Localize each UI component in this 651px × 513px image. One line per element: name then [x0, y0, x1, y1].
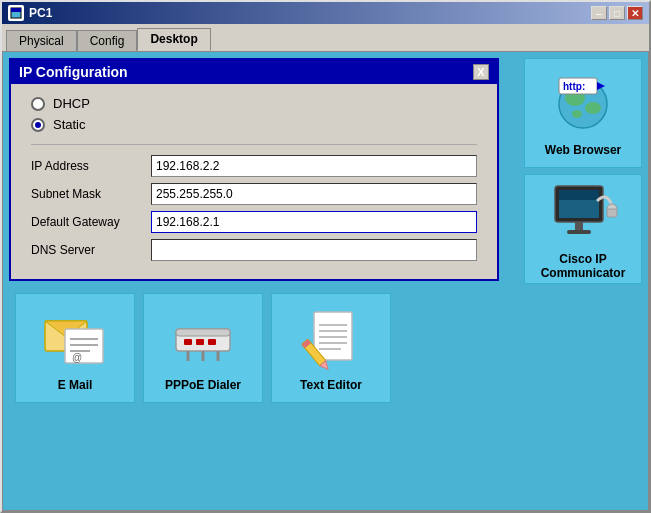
subnet-mask-label: Subnet Mask	[31, 187, 151, 201]
pppoe-dialer-app-icon[interactable]: PPPoE Dialer	[143, 293, 263, 403]
svg-rect-37	[567, 230, 591, 234]
dns-server-label: DNS Server	[31, 243, 151, 257]
window-icon	[8, 5, 24, 21]
tab-content-desktop: IP Configuration X DHCP Static	[2, 51, 649, 511]
default-gateway-label: Default Gateway	[31, 215, 151, 229]
pppoe-dialer-label: PPPoE Dialer	[165, 378, 241, 392]
maximize-button[interactable]: □	[609, 6, 625, 20]
web-browser-app-icon[interactable]: http: Web Browser	[524, 58, 642, 168]
ip-address-input[interactable]	[151, 155, 477, 177]
tab-config[interactable]: Config	[77, 30, 138, 51]
svg-rect-39	[607, 209, 617, 217]
cisco-ip-communicator-icon-img	[548, 178, 618, 248]
web-browser-label: Web Browser	[545, 143, 621, 157]
ip-dialog-title-bar: IP Configuration X	[11, 60, 497, 84]
ip-address-label: IP Address	[31, 159, 151, 173]
email-app-icon[interactable]: @ E Mail	[15, 293, 135, 403]
dhcp-radio[interactable]	[31, 97, 45, 111]
right-panel: http: Web Browser	[518, 52, 648, 510]
window-close-button[interactable]: ✕	[627, 6, 643, 20]
radio-group: DHCP Static	[31, 96, 477, 132]
window-title: PC1	[29, 6, 52, 20]
ip-dialog-body: DHCP Static IP Address Subnet Mask	[11, 84, 497, 279]
ip-config-dialog: IP Configuration X DHCP Static	[9, 58, 499, 281]
bottom-app-icons: @ E Mail	[9, 287, 512, 409]
ip-dialog-title-text: IP Configuration	[19, 64, 128, 80]
static-radio-item[interactable]: Static	[31, 117, 477, 132]
minimize-button[interactable]: –	[591, 6, 607, 20]
static-radio[interactable]	[31, 118, 45, 132]
tab-physical[interactable]: Physical	[6, 30, 77, 51]
web-browser-icon-img: http:	[548, 69, 618, 139]
pppoe-dialer-icon-img	[168, 304, 238, 374]
email-label: E Mail	[58, 378, 93, 392]
cisco-ip-communicator-label: Cisco IP Communicator	[541, 252, 626, 280]
divider	[31, 144, 477, 145]
svg-rect-11	[184, 339, 192, 345]
text-editor-label: Text Editor	[300, 378, 362, 392]
title-bar: PC1 – □ ✕	[2, 2, 649, 24]
email-icon-img: @	[40, 304, 110, 374]
main-window: PC1 – □ ✕ Physical Config Desktop IP Con…	[0, 0, 651, 513]
svg-rect-35	[559, 190, 599, 200]
svg-rect-36	[575, 222, 583, 230]
svg-rect-1	[11, 8, 21, 12]
dhcp-label: DHCP	[53, 96, 90, 111]
svg-text:@: @	[72, 352, 82, 363]
default-gateway-input[interactable]	[151, 211, 477, 233]
svg-point-29	[572, 110, 582, 118]
subnet-mask-row: Subnet Mask	[31, 183, 477, 205]
svg-text:http:: http:	[563, 81, 585, 92]
dns-server-row: DNS Server	[31, 239, 477, 261]
svg-point-28	[585, 102, 601, 114]
static-label: Static	[53, 117, 86, 132]
cisco-ip-communicator-app-icon[interactable]: Cisco IP Communicator	[524, 174, 642, 284]
svg-rect-10	[176, 329, 230, 336]
svg-rect-12	[196, 339, 204, 345]
tab-bar: Physical Config Desktop	[2, 24, 649, 51]
main-area: IP Configuration X DHCP Static	[3, 52, 518, 510]
tab-desktop[interactable]: Desktop	[137, 28, 210, 51]
text-editor-icon-img	[296, 304, 366, 374]
text-editor-app-icon[interactable]: Text Editor	[271, 293, 391, 403]
subnet-mask-input[interactable]	[151, 183, 477, 205]
dns-server-input[interactable]	[151, 239, 477, 261]
title-bar-left: PC1	[8, 5, 52, 21]
default-gateway-row: Default Gateway	[31, 211, 477, 233]
ip-dialog-close-button[interactable]: X	[473, 64, 489, 80]
dhcp-radio-item[interactable]: DHCP	[31, 96, 477, 111]
ip-address-row: IP Address	[31, 155, 477, 177]
title-buttons: – □ ✕	[591, 6, 643, 20]
svg-rect-13	[208, 339, 216, 345]
